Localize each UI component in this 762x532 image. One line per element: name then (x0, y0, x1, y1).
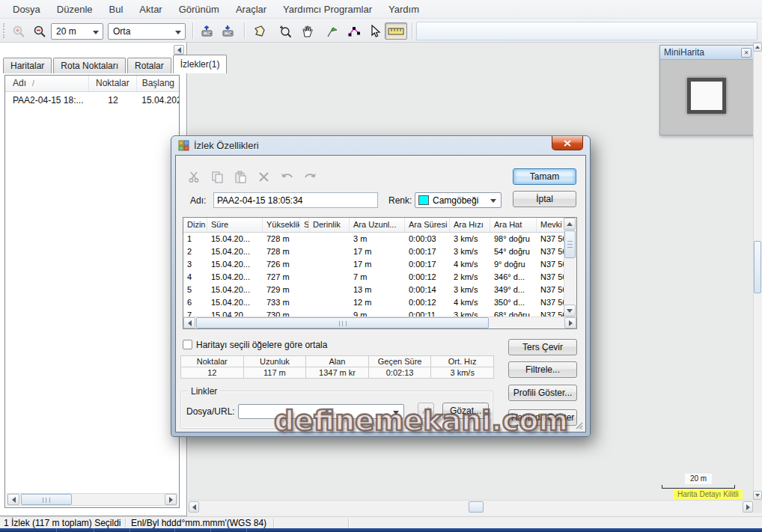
zoom-out-button[interactable] (30, 22, 49, 40)
cancel-button[interactable]: İptal (513, 191, 576, 207)
reverse-button[interactable]: Ters Çevir (508, 339, 577, 355)
table-row[interactable]: 415.04.20...727 m7 m0:00:122 km/s346° d.… (183, 271, 576, 284)
polygon-tool-button[interactable] (250, 22, 269, 40)
minimap-titlebar[interactable]: MiniHarita ✕ (660, 46, 754, 60)
menu-yardim[interactable]: Yardım (380, 1, 427, 18)
column-header-adi[interactable]: Adı/ (5, 76, 89, 91)
menu-bul[interactable]: Bul (101, 1, 132, 18)
panel-collapse-button[interactable] (174, 45, 184, 55)
table-row[interactable]: 215.04.20...728 m17 m0:00:173 km/s54° do… (183, 245, 576, 258)
track-tool-button[interactable] (344, 22, 364, 40)
cell (309, 233, 350, 245)
col-yukseklik[interactable]: Yükseklik (263, 218, 300, 232)
menu-dosya[interactable]: Dosya (4, 1, 49, 18)
table-row[interactable]: 315.04.20...726 m17 m0:00:174 km/s9° doğ… (183, 258, 576, 271)
scroll-right-button[interactable] (165, 494, 177, 505)
scroll-right-button[interactable] (743, 501, 753, 513)
scrollbar-thumb[interactable] (754, 241, 761, 293)
menu-duzenle[interactable]: Düzenle (49, 1, 101, 18)
scroll-right-button[interactable] (564, 317, 576, 328)
color-combobox[interactable]: Camgöbeği (415, 192, 502, 208)
scroll-up-button[interactable] (564, 218, 576, 230)
dialog-titlebar[interactable]: İzlek Özellikleri (171, 136, 590, 155)
cell: 13 m (350, 284, 405, 296)
minimap-close-button[interactable]: ✕ (741, 48, 752, 58)
name-input[interactable]: PAA2-04-15 18:05:34 (213, 192, 378, 208)
zoom-area-button[interactable] (275, 22, 295, 40)
name-label: Adı: (190, 195, 206, 206)
table-row[interactable]: 715.04.20...730 m9 m0:00:113 km/s68° doğ… (183, 309, 576, 317)
menu-araclar[interactable]: Araçlar (228, 1, 275, 18)
map-vscrollbar[interactable] (753, 43, 762, 500)
col-sure[interactable]: Süre (207, 218, 263, 232)
select-button[interactable] (365, 22, 385, 40)
scroll-left-button[interactable] (7, 494, 19, 505)
filter-button[interactable]: Filtrele... (508, 361, 577, 378)
pan-button[interactable] (298, 22, 317, 40)
toolbar-drag-handle[interactable] (3, 23, 5, 38)
waypoint-button[interactable] (322, 22, 341, 40)
col-mevki[interactable]: Mevki (537, 218, 565, 232)
cell: 728 m (263, 245, 300, 258)
scale-combobox[interactable]: 20 m (51, 23, 103, 40)
tab-haritalar[interactable]: Haritalar (3, 58, 52, 73)
minimap-viewport-rect[interactable] (687, 78, 726, 114)
scrollbar-thumb[interactable] (21, 494, 72, 505)
col-derinlik[interactable]: Derinlik (309, 218, 350, 232)
show-profile-button[interactable]: Profili Göster... (508, 385, 577, 401)
table-row[interactable]: 515.04.20...729 m13 m0:00:143 km/s349° d… (183, 284, 576, 296)
measure-button[interactable] (385, 22, 407, 40)
center-map-checkbox[interactable] (183, 340, 192, 349)
scrollbar-thumb[interactable] (196, 317, 489, 328)
menu-yardimci-programlar[interactable]: Yardımcı Programlar (275, 1, 380, 18)
map-hscrollbar[interactable] (189, 500, 753, 513)
cell: 349° d... (490, 284, 537, 296)
cell: 350° d... (490, 296, 537, 309)
menu-aktar[interactable]: Aktar (131, 1, 170, 18)
arrow-right-icon (169, 497, 173, 503)
col-ara-hizi[interactable]: Ara Hızı (450, 218, 490, 232)
col-ara-suresi[interactable]: Ara Süresi (405, 218, 450, 232)
cut-button (186, 169, 202, 184)
col-ara-uzunluk[interactable]: Ara Uzunl... (350, 218, 405, 232)
scrollbar-thumb[interactable] (564, 230, 576, 258)
tab-izlekler[interactable]: İzlekler(1) (173, 55, 228, 73)
column-header-noktalar[interactable]: Noktalar (89, 76, 138, 91)
ok-button[interactable]: Tamam (513, 168, 576, 185)
scroll-down-button[interactable] (564, 305, 576, 317)
tab-rotalar[interactable]: Rotalar (127, 58, 171, 73)
dialog-resize-grip[interactable] (574, 421, 583, 429)
mode-combobox[interactable]: Orta (108, 23, 186, 40)
scroll-up-button[interactable] (753, 43, 762, 52)
gps-send-button[interactable] (198, 22, 217, 40)
statusbar: 1 İzlek (117 m toplam) Seçildi Enl/Byl h… (0, 516, 762, 528)
col-ara-hat[interactable]: Ara Hat (490, 218, 537, 232)
gps-receive-button[interactable] (219, 22, 238, 40)
tracks-list-hscrollbar[interactable] (7, 493, 177, 506)
track-list-row[interactable]: PAA2-04-15 18:... 12 15.04.202 (5, 92, 179, 108)
track-start-cell: 15.04.202 (137, 95, 179, 106)
resize-grip-icon (574, 421, 583, 429)
links-group-label: Linkler (188, 386, 220, 397)
scroll-left-button[interactable] (189, 501, 199, 513)
table-vscrollbar[interactable] (564, 218, 576, 317)
map-detail-lock-badge: Harita Detayı Kilitli (674, 489, 743, 499)
map-scale-bar (662, 485, 735, 489)
col-s[interactable]: S (300, 218, 309, 232)
chevron-down-icon (175, 31, 181, 34)
tab-rota-noktalari[interactable]: Rota Noktaları (53, 58, 126, 73)
cell (300, 284, 309, 296)
col-dizin[interactable]: Dizin (183, 218, 207, 232)
dialog-close-button[interactable] (552, 136, 583, 150)
menu-gorunum[interactable]: Görünüm (171, 1, 228, 18)
cell: 729 m (263, 284, 300, 296)
scroll-left-button[interactable] (183, 317, 195, 328)
table-row[interactable]: 615.04.20...733 m12 m0:00:124 km/s350° d… (183, 296, 576, 309)
column-header-baslang[interactable]: Başlang (137, 76, 179, 91)
cell (300, 296, 309, 309)
scrollbar-thumb[interactable] (469, 501, 484, 513)
table-row[interactable]: 115.04.20...728 m3 m0:00:033 km/s98° doğ… (183, 233, 576, 245)
color-swatch (418, 195, 429, 205)
table-hscrollbar[interactable] (183, 317, 576, 328)
scroll-down-button[interactable] (753, 491, 762, 500)
